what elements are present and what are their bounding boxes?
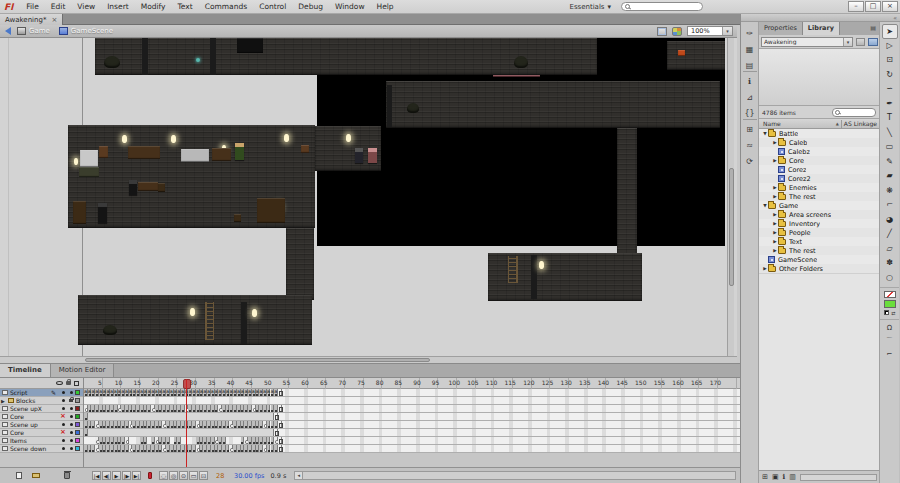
library-item-the-rest[interactable]: ▶The rest [759,246,879,255]
components-panel-icon[interactable]: ⊞ [743,124,757,136]
layer-visibility-toggle[interactable] [59,423,67,426]
stage-character[interactable] [355,148,363,163]
library-item-enemies[interactable]: ▶Enemies [759,183,879,192]
stroke-color-swatch[interactable] [884,291,896,298]
level-brick-region[interactable] [286,228,314,300]
layer-row-blocks[interactable]: ▶Blocks [0,397,83,405]
stage-pillar[interactable] [210,38,216,75]
frame-span[interactable] [88,413,275,420]
menu-commands[interactable]: Commands [199,1,253,12]
library-item-corez2[interactable]: Corez2 [759,174,879,183]
stage-cannon[interactable] [103,325,117,335]
library-item-area-screens[interactable]: ▶Area screens [759,210,879,219]
stage-pillar[interactable] [531,255,537,299]
column-header-as-linkage[interactable]: AS Linkage [844,120,879,127]
straighten-option[interactable]: ⌐ [883,349,897,360]
scroll-left-icon[interactable]: ◂ [295,472,303,479]
layer-row-items[interactable]: Items [0,437,83,445]
tab-motion-editor[interactable]: Motion Editor [51,364,115,377]
menu-modify[interactable]: Modify [135,1,172,12]
document-tab[interactable]: Awakening* × [0,14,63,25]
stage-pillar[interactable] [142,38,148,75]
menu-file[interactable]: File [20,1,45,12]
playback-button-1[interactable]: ◀| [102,471,111,480]
eraser-tool[interactable]: ▱ [882,242,898,257]
subselection-tool[interactable]: ▷ [882,39,898,54]
frames-row-core[interactable] [84,413,740,421]
playback-button-4[interactable]: ▶| [132,471,141,480]
info-panel-icon[interactable]: ℹ [743,76,757,88]
layer-row-script[interactable]: Script✎ [0,389,83,397]
breadcrumb-item-game[interactable]: Game [17,27,50,35]
swap-colors-icon[interactable]: ⇄ [891,310,895,316]
layer-lock-toggle[interactable] [67,439,75,442]
frame-cell[interactable] [222,437,226,444]
level-brick-region[interactable] [386,81,720,128]
stage[interactable] [0,38,737,363]
layer-lock-toggle[interactable] [67,447,75,450]
stage-lamp[interactable] [190,308,195,316]
stage-furniture[interactable] [301,145,309,153]
new-folder-button[interactable] [32,473,40,478]
layer-row-core[interactable]: Core× [0,413,83,421]
stage-pillar[interactable] [387,85,392,127]
menu-window[interactable]: Window [329,1,371,12]
library-document-select[interactable]: Awakening ▾ [761,37,853,47]
new-folder-button[interactable]: ▣ [772,472,779,483]
frame-cell[interactable] [278,421,282,428]
zoom-combo[interactable]: 100% ▾ [687,26,733,36]
stage-lamp[interactable] [74,158,78,165]
frame-cell[interactable] [166,437,170,444]
frames-row-items[interactable] [84,437,740,445]
tab-timeline[interactable]: Timeline [0,364,51,377]
stage-furniture[interactable] [138,182,158,191]
new-symbol-button[interactable]: ⊞ [762,472,768,483]
onion-skin-button-4[interactable]: ⊡ [199,471,208,480]
edit-symbols-icon[interactable] [657,27,667,36]
library-item-other-folders[interactable]: ▶Other Folders [759,264,879,273]
layer-row-core[interactable]: Core× [0,429,83,437]
onion-skin-button-3[interactable]: ▭ [189,471,198,480]
frame-cell[interactable] [274,429,278,436]
layer-visibility-toggle[interactable]: × [59,429,67,436]
column-header-name[interactable]: Name [759,120,836,127]
stage-lamp[interactable] [171,135,176,143]
stage-sparkle[interactable] [196,58,200,62]
maximize-button[interactable]: □ [865,1,881,12]
free-transform-tool[interactable]: ⊡ [882,53,898,68]
frames-area[interactable]: aaaaaaaaaaaaaaaaaaaaaaaaaaaaaaaaaaaaaaaa… [84,389,740,453]
tab-properties[interactable]: Properties [759,22,803,35]
layer-visibility-toggle[interactable] [59,407,67,410]
stage-ladder[interactable] [205,302,214,340]
stage-furniture[interactable] [257,198,285,223]
current-frame-value[interactable]: 28 [216,472,228,480]
frame-cell[interactable] [274,413,278,420]
stage-lamp[interactable] [122,135,127,143]
stage-cannon[interactable] [407,103,419,113]
line-tool[interactable]: ╲ [882,126,898,141]
deco-tool[interactable]: ❋ [882,184,898,199]
frame-span[interactable] [88,429,275,436]
minimize-button[interactable]: – [848,1,864,12]
library-item-gamescene[interactable]: GameScene [759,255,879,264]
level-brick-region[interactable] [78,295,312,345]
menu-insert[interactable]: Insert [101,1,135,12]
close-button[interactable]: × [882,1,898,12]
stage-character[interactable] [98,203,107,223]
layer-lock-toggle[interactable] [67,431,75,434]
delete-layer-button[interactable] [64,472,70,479]
stage-furniture[interactable] [678,50,685,56]
stage-furniture[interactable] [212,148,231,161]
library-item-core[interactable]: ▶Core [759,156,879,165]
brush-tool[interactable]: ▰ [882,169,898,184]
playback-button-2[interactable]: ▶ [112,471,121,480]
stage-horizontal-scrollbar[interactable] [0,356,737,363]
stage-cannon[interactable] [104,56,120,68]
text-tool[interactable]: T [882,111,898,126]
history-panel-icon[interactable]: ⟳ [743,156,757,168]
eyedropper-tool[interactable]: ╱ [882,227,898,242]
frames-row-scene-upx[interactable] [84,405,740,413]
transform-panel-icon[interactable]: ⊿ [743,92,757,104]
library-item-corez[interactable]: Corez [759,165,879,174]
stage-character[interactable] [368,148,377,163]
